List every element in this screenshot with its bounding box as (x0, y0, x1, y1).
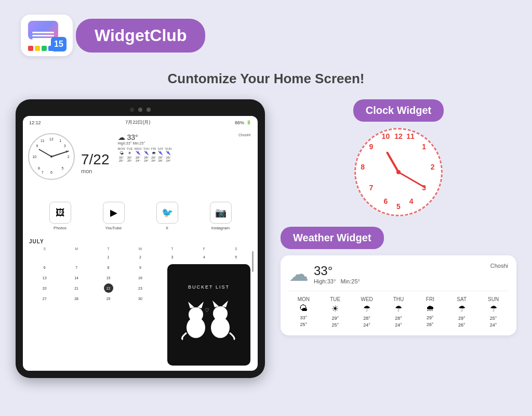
ww-day-sat: SAT☂29°26° (447, 296, 476, 328)
camera-dot-1 (130, 108, 134, 112)
app-icon-box: ▶ (103, 202, 125, 224)
tablet-camera (23, 108, 258, 112)
app-label: Photos (54, 226, 66, 230)
tablet-container: 12:12 7月22日(月) 86% 🔋 12 3 6 (16, 99, 265, 378)
ww-min: Min:25° (341, 278, 360, 284)
sw-day-thu: THU🌂28°24° (143, 147, 150, 162)
cal-cell (40, 252, 49, 262)
app-label: YouTube (105, 226, 122, 230)
ac-num-6: 6 (383, 197, 388, 205)
app-x[interactable]: 🐦X (156, 202, 178, 230)
app-instagram[interactable]: 📷Instagram (210, 202, 232, 230)
bucket-title: Bucket List (188, 284, 230, 290)
clock-num-2: 2 (68, 155, 70, 159)
ww-temp-big: 33° (314, 264, 360, 278)
ac-center (396, 170, 401, 174)
sw-day-wed: WED🌂28°24° (135, 147, 142, 162)
ww-cloud-icon: ☁ (289, 263, 309, 285)
cal-header: S (221, 246, 251, 251)
clock-num-1: 1 (59, 139, 61, 142)
screen-clock-center (50, 155, 52, 158)
ac-hour-hand (386, 151, 400, 173)
app-label: Instagram (211, 226, 230, 230)
clock-num-8: 8 (38, 166, 40, 170)
ac-minute-hand (398, 172, 425, 189)
app-label: X (166, 226, 168, 230)
screen-weather-widget: ☁ 33° High:33° Min:25° ChosHi MON🌤33°25° (116, 131, 253, 194)
app-youtube[interactable]: ▶YouTube (103, 202, 125, 230)
brand-pill: WidgetClub (76, 19, 205, 53)
sw-temp-main: 33° (127, 133, 138, 141)
screen-date-label: 7月22日(月) (125, 119, 150, 126)
screen-status: 86% 🔋 (235, 120, 251, 125)
cal-cell: 4 (200, 252, 209, 262)
tablet-mockup: 12:12 7月22日(月) 86% 🔋 12 3 6 (16, 99, 265, 378)
cal-header: T (157, 246, 188, 251)
app-photos[interactable]: 🖼Photos (49, 202, 71, 230)
cal-cell: 29 (104, 294, 113, 303)
cal-cell: 7 (72, 263, 81, 272)
cal-header: M (61, 246, 91, 251)
cal-cell: 14 (72, 273, 81, 282)
ww-days-row: MON🌤33°25°TUE☀29°25°WED☂28°24°THU☂28°24°… (289, 291, 508, 328)
camera-dot-3 (147, 108, 151, 112)
ac-num-7: 7 (369, 184, 374, 192)
cal-cell: 8 (104, 263, 113, 272)
screen-widgets: 12 3 6 9 1 11 2 5 7 10 8 4 (23, 129, 258, 197)
ww-left: ☁ 33° High:33° Min:25° (289, 263, 360, 285)
logo-dot-red (28, 46, 33, 51)
logo-box: 15 (21, 15, 73, 56)
cal-header: W (125, 246, 155, 251)
cal-header: F (189, 246, 219, 251)
ac-num-9: 9 (369, 142, 374, 151)
clock-num-10: 10 (32, 155, 36, 159)
logo-dots (28, 46, 54, 51)
clock-num-11: 11 (41, 139, 45, 142)
cal-cell: 23 (136, 283, 145, 293)
ac-num-10: 10 (382, 132, 390, 140)
cal-cell: 28 (72, 294, 81, 303)
right-panel: Clock Widget 12 1 2 3 4 5 6 7 8 9 10 11 (281, 99, 516, 378)
sw-day-sat: SAT🌂28°26° (158, 147, 164, 162)
svg-marker-6 (212, 301, 219, 307)
ac-num-1: 1 (422, 142, 426, 151)
clock-num-3: 3 (64, 144, 66, 147)
sw-day-sun: SUN🌂26°24° (165, 147, 172, 162)
ac-num-8: 8 (361, 163, 365, 171)
sw-day-tue: TUE☀29°25° (127, 147, 133, 162)
app-icon-box: 🖼 (49, 202, 71, 224)
cal-cell: 16 (136, 273, 145, 282)
ac-num-4: 4 (409, 197, 414, 205)
ww-day-fri: FRI🌧29°26° (415, 296, 445, 328)
svg-marker-7 (222, 301, 228, 307)
sw-day-fri: FRI🌧29°24° (151, 147, 156, 162)
svg-text:♡: ♡ (205, 307, 209, 313)
svg-point-5 (213, 306, 228, 321)
ww-high: High:33° (314, 278, 336, 284)
cal-cell: 20 (40, 283, 49, 293)
clock-num-5: 5 (62, 166, 64, 170)
ww-day-sun: SUN☂25°24° (478, 296, 508, 328)
ww-temp-range: High:33° Min:25° (314, 278, 360, 284)
cal-header: S (29, 246, 60, 251)
brand-name: WidgetClub (95, 26, 187, 45)
svg-marker-2 (188, 302, 194, 308)
cats-svg: ♡ (178, 294, 240, 341)
clock-num-9: 9 (36, 144, 38, 147)
cal-cell: 5 (231, 252, 241, 262)
sw-days: MON🌤33°25°TUE☀29°25°WED🌂28°24°THU🌂28°24°… (118, 147, 251, 162)
screen-apps: 🖼Photos▶YouTube🐦X📷Instagram (23, 197, 258, 236)
clock-num-12: 12 (49, 137, 54, 140)
battery-level: 86% (235, 120, 244, 125)
svg-marker-3 (197, 302, 204, 308)
tagline: Cuntomize Your Home Screen! (0, 71, 532, 87)
ac-num-2: 2 (431, 163, 435, 171)
cal-cell: 3 (167, 252, 177, 262)
logo-number: 15 (51, 37, 66, 51)
screen-top-bar: 12:12 7月22日(月) 86% 🔋 (23, 116, 258, 129)
tablet-screen: 12:12 7月22日(月) 86% 🔋 12 3 6 (23, 116, 258, 371)
analog-clock: 12 1 2 3 4 5 6 7 8 9 10 11 (354, 128, 443, 216)
cal-cell: 15 (104, 273, 113, 282)
ww-day-thu: THU☂28°24° (384, 296, 414, 328)
cal-cell: 30 (136, 294, 145, 303)
